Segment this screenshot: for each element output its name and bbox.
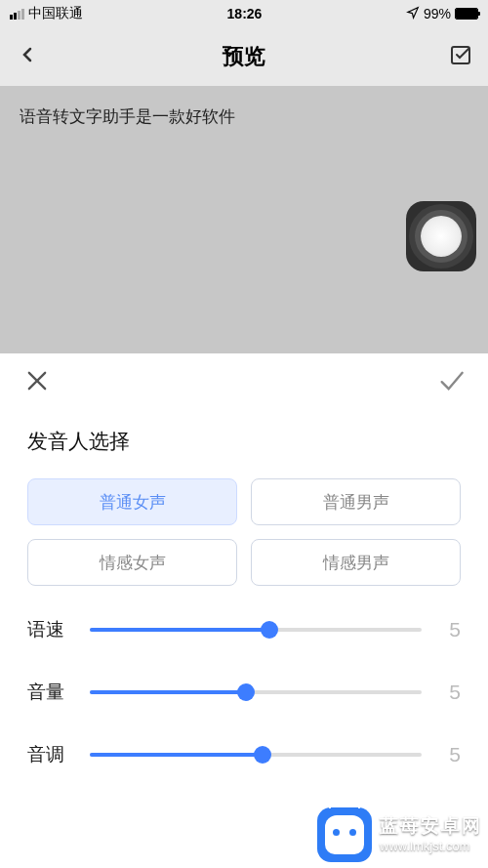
carrier-label: 中国联通 <box>28 5 83 22</box>
pitch-value: 5 <box>435 743 461 766</box>
back-button[interactable] <box>16 43 39 70</box>
page-title: 预览 <box>223 42 265 71</box>
confirm-button[interactable] <box>437 367 465 398</box>
voice-option-female-emotion[interactable]: 情感女声 <box>27 539 237 586</box>
close-button[interactable] <box>23 367 51 398</box>
pitch-slider[interactable] <box>90 753 422 757</box>
volume-label: 音量 <box>27 680 76 705</box>
speed-slider[interactable] <box>90 628 422 632</box>
battery-percent: 99% <box>424 6 451 21</box>
pitch-slider-row: 音调 5 <box>27 742 461 767</box>
volume-slider[interactable] <box>90 690 422 694</box>
watermark-logo-icon <box>317 807 372 862</box>
volume-slider-row: 音量 5 <box>27 680 461 705</box>
pitch-label: 音调 <box>27 742 76 767</box>
watermark-text: 蓝苺安卓网 www.lmkjst.com <box>380 814 482 855</box>
speed-slider-row: 语速 5 <box>27 617 461 642</box>
status-bar: 中国联通 18:26 99% <box>0 0 488 27</box>
volume-value: 5 <box>435 681 461 704</box>
watermark: 蓝苺安卓网 www.lmkjst.com <box>317 807 482 862</box>
preview-text: 语音转文字助手是一款好软件 <box>20 105 468 128</box>
voice-option-female-normal[interactable]: 普通女声 <box>27 478 237 525</box>
status-right: 99% <box>406 6 478 22</box>
assistive-touch-icon <box>421 216 462 257</box>
speed-label: 语速 <box>27 617 76 642</box>
voice-option-male-normal[interactable]: 普通男声 <box>251 478 461 525</box>
voice-option-male-emotion[interactable]: 情感男声 <box>251 539 461 586</box>
voice-options-grid: 普通女声 普通男声 情感女声 情感男声 <box>27 478 461 586</box>
sheet-header <box>0 353 488 412</box>
voice-settings-sheet: 发音人选择 普通女声 普通男声 情感女声 情感男声 语速 5 音量 5 <box>0 353 488 868</box>
sheet-title: 发音人选择 <box>27 428 461 455</box>
nav-bar: 预览 <box>0 27 488 86</box>
battery-icon <box>455 8 478 20</box>
signal-icon <box>10 9 24 20</box>
status-left: 中国联通 <box>10 5 83 22</box>
status-time: 18:26 <box>227 6 263 21</box>
location-icon <box>406 6 420 22</box>
speed-value: 5 <box>435 618 461 641</box>
confirm-box-button[interactable] <box>449 43 472 70</box>
assistive-touch-button[interactable] <box>406 201 476 271</box>
